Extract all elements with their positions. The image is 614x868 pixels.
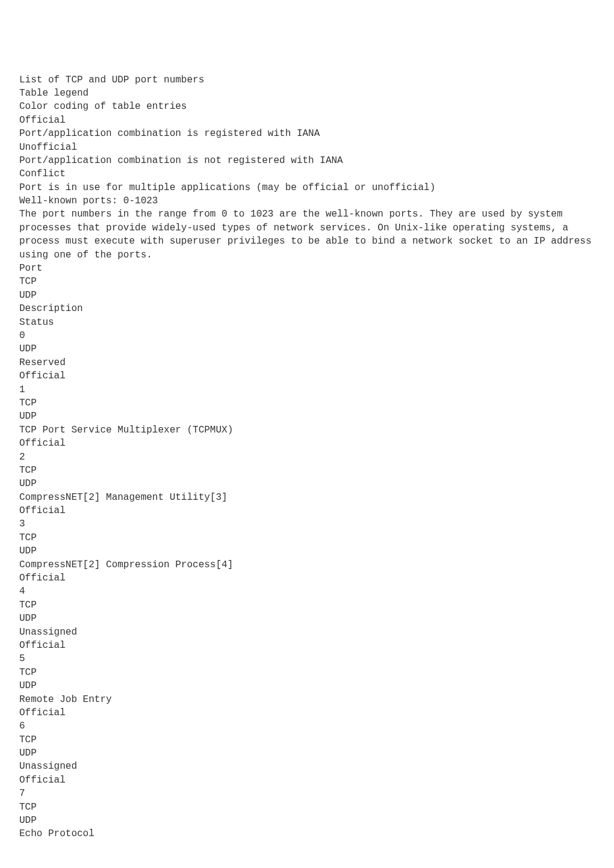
text-line: 1 bbox=[19, 383, 595, 396]
text-line: Status bbox=[19, 316, 595, 329]
document-body: ￼List of TCP and UDP port numbersTable l… bbox=[19, 60, 595, 841]
text-line: Official bbox=[19, 774, 595, 787]
text-line: Official bbox=[19, 369, 595, 383]
text-line: TCP bbox=[19, 599, 595, 612]
text-line: UDP bbox=[19, 289, 595, 302]
text-line: Port is in use for multiple applications… bbox=[19, 181, 595, 194]
text-line: Official bbox=[19, 639, 595, 652]
text-line: TCP bbox=[19, 801, 595, 814]
text-line: TCP bbox=[19, 396, 595, 410]
text-line: ￼ bbox=[19, 60, 595, 73]
text-line: Port bbox=[19, 262, 595, 275]
text-line: UDP bbox=[19, 544, 595, 558]
text-line: 6 bbox=[19, 719, 595, 733]
text-line: Unofficial bbox=[19, 141, 595, 154]
text-line: Official bbox=[19, 504, 595, 517]
text-line: TCP Port Service Multiplexer (TCPMUX) bbox=[19, 423, 595, 437]
text-line: UDP bbox=[19, 679, 595, 692]
text-line: Official bbox=[19, 571, 595, 585]
text-line: TCP bbox=[19, 666, 595, 679]
text-line: 2 bbox=[19, 451, 595, 464]
text-line: Port/application combination is not regi… bbox=[19, 154, 595, 167]
text-line: Unassigned bbox=[19, 760, 595, 773]
text-line: UDP bbox=[19, 746, 595, 760]
text-line: Port/application combination is register… bbox=[19, 127, 595, 140]
text-line: 4 bbox=[19, 585, 595, 598]
text-line: The port numbers in the range from 0 to … bbox=[19, 208, 595, 262]
text-line: Table legend bbox=[19, 87, 595, 100]
text-line: Official bbox=[19, 114, 595, 127]
text-line: 3 bbox=[19, 517, 595, 531]
text-line: UDP bbox=[19, 342, 595, 356]
text-line: Description bbox=[19, 302, 595, 315]
text-line: Conflict bbox=[19, 167, 595, 180]
text-line: List of TCP and UDP port numbers bbox=[19, 73, 595, 87]
text-line: UDP bbox=[19, 477, 595, 490]
text-line: Echo Protocol bbox=[19, 827, 595, 840]
text-line: 5 bbox=[19, 652, 595, 665]
text-line: 0 bbox=[19, 329, 595, 342]
text-line: Remote Job Entry bbox=[19, 693, 595, 706]
text-line: UDP bbox=[19, 612, 595, 625]
text-line: Official bbox=[19, 706, 595, 719]
text-line: Unassigned bbox=[19, 626, 595, 639]
text-line: CompressNET[2] Compression Process[4] bbox=[19, 558, 595, 571]
text-line: TCP bbox=[19, 464, 595, 477]
text-line: Color coding of table entries bbox=[19, 100, 595, 113]
text-line: UDP bbox=[19, 814, 595, 827]
text-line: TCP bbox=[19, 733, 595, 746]
text-line: 7 bbox=[19, 787, 595, 800]
text-line: CompressNET[2] Management Utility[3] bbox=[19, 491, 595, 504]
text-line: TCP bbox=[19, 275, 595, 288]
text-line: TCP bbox=[19, 531, 595, 544]
text-line: UDP bbox=[19, 410, 595, 423]
text-line: Reserved bbox=[19, 356, 595, 369]
text-line: Official bbox=[19, 437, 595, 450]
text-line: Well-known ports: 0-1023 bbox=[19, 194, 595, 208]
